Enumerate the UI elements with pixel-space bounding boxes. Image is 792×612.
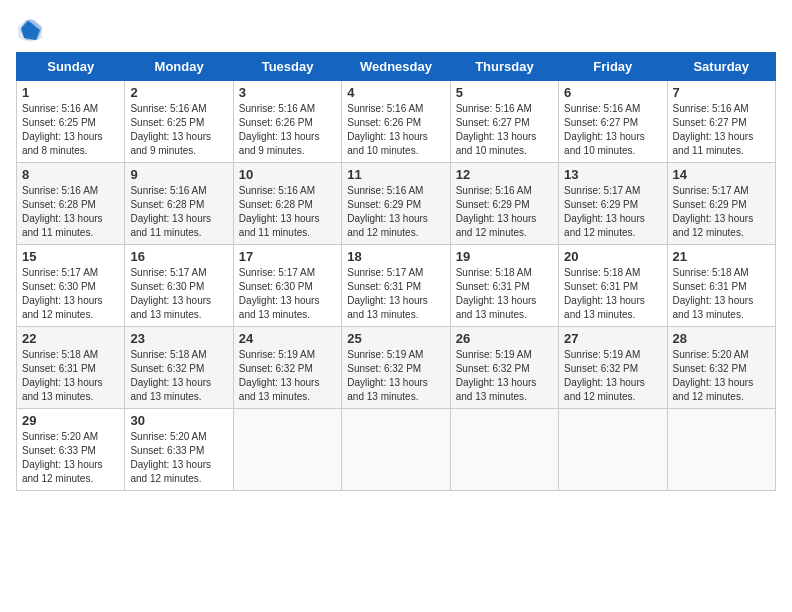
calendar-cell: 3 Sunrise: 5:16 AM Sunset: 6:26 PM Dayli… [233,81,341,163]
calendar-cell: 22 Sunrise: 5:18 AM Sunset: 6:31 PM Dayl… [17,327,125,409]
calendar-cell [559,409,667,491]
weekday-header-thursday: Thursday [450,53,558,81]
day-info: Sunrise: 5:16 AM Sunset: 6:26 PM Dayligh… [347,102,444,158]
calendar-body: 1 Sunrise: 5:16 AM Sunset: 6:25 PM Dayli… [17,81,776,491]
day-number: 10 [239,167,336,182]
calendar-cell: 7 Sunrise: 5:16 AM Sunset: 6:27 PM Dayli… [667,81,775,163]
day-number: 7 [673,85,770,100]
day-number: 28 [673,331,770,346]
calendar-cell: 6 Sunrise: 5:16 AM Sunset: 6:27 PM Dayli… [559,81,667,163]
calendar-cell: 11 Sunrise: 5:16 AM Sunset: 6:29 PM Dayl… [342,163,450,245]
day-info: Sunrise: 5:19 AM Sunset: 6:32 PM Dayligh… [456,348,553,404]
day-number: 27 [564,331,661,346]
weekday-header-tuesday: Tuesday [233,53,341,81]
weekday-header-wednesday: Wednesday [342,53,450,81]
calendar-cell: 24 Sunrise: 5:19 AM Sunset: 6:32 PM Dayl… [233,327,341,409]
day-info: Sunrise: 5:16 AM Sunset: 6:25 PM Dayligh… [130,102,227,158]
day-info: Sunrise: 5:17 AM Sunset: 6:30 PM Dayligh… [239,266,336,322]
calendar-cell: 16 Sunrise: 5:17 AM Sunset: 6:30 PM Dayl… [125,245,233,327]
day-info: Sunrise: 5:16 AM Sunset: 6:27 PM Dayligh… [564,102,661,158]
logo-icon [16,16,44,44]
day-info: Sunrise: 5:16 AM Sunset: 6:28 PM Dayligh… [130,184,227,240]
calendar-cell: 5 Sunrise: 5:16 AM Sunset: 6:27 PM Dayli… [450,81,558,163]
calendar-cell: 29 Sunrise: 5:20 AM Sunset: 6:33 PM Dayl… [17,409,125,491]
calendar-cell [667,409,775,491]
day-info: Sunrise: 5:17 AM Sunset: 6:31 PM Dayligh… [347,266,444,322]
logo [16,16,48,44]
day-number: 5 [456,85,553,100]
day-number: 11 [347,167,444,182]
day-info: Sunrise: 5:17 AM Sunset: 6:30 PM Dayligh… [22,266,119,322]
calendar-cell: 26 Sunrise: 5:19 AM Sunset: 6:32 PM Dayl… [450,327,558,409]
weekday-header-friday: Friday [559,53,667,81]
calendar-cell: 4 Sunrise: 5:16 AM Sunset: 6:26 PM Dayli… [342,81,450,163]
day-number: 24 [239,331,336,346]
calendar-cell: 14 Sunrise: 5:17 AM Sunset: 6:29 PM Dayl… [667,163,775,245]
calendar-cell: 1 Sunrise: 5:16 AM Sunset: 6:25 PM Dayli… [17,81,125,163]
day-info: Sunrise: 5:18 AM Sunset: 6:31 PM Dayligh… [673,266,770,322]
day-info: Sunrise: 5:20 AM Sunset: 6:32 PM Dayligh… [673,348,770,404]
day-info: Sunrise: 5:19 AM Sunset: 6:32 PM Dayligh… [564,348,661,404]
calendar-cell: 9 Sunrise: 5:16 AM Sunset: 6:28 PM Dayli… [125,163,233,245]
day-number: 12 [456,167,553,182]
day-number: 21 [673,249,770,264]
day-info: Sunrise: 5:16 AM Sunset: 6:25 PM Dayligh… [22,102,119,158]
calendar-cell: 30 Sunrise: 5:20 AM Sunset: 6:33 PM Dayl… [125,409,233,491]
calendar-cell: 8 Sunrise: 5:16 AM Sunset: 6:28 PM Dayli… [17,163,125,245]
day-info: Sunrise: 5:16 AM Sunset: 6:26 PM Dayligh… [239,102,336,158]
calendar-cell [450,409,558,491]
day-info: Sunrise: 5:20 AM Sunset: 6:33 PM Dayligh… [130,430,227,486]
day-number: 20 [564,249,661,264]
day-number: 15 [22,249,119,264]
weekday-header-row: SundayMondayTuesdayWednesdayThursdayFrid… [17,53,776,81]
weekday-header-sunday: Sunday [17,53,125,81]
day-number: 16 [130,249,227,264]
day-number: 3 [239,85,336,100]
day-number: 14 [673,167,770,182]
calendar-table: SundayMondayTuesdayWednesdayThursdayFrid… [16,52,776,491]
calendar-cell: 21 Sunrise: 5:18 AM Sunset: 6:31 PM Dayl… [667,245,775,327]
calendar-week-1: 1 Sunrise: 5:16 AM Sunset: 6:25 PM Dayli… [17,81,776,163]
day-number: 9 [130,167,227,182]
calendar-week-2: 8 Sunrise: 5:16 AM Sunset: 6:28 PM Dayli… [17,163,776,245]
day-number: 2 [130,85,227,100]
day-number: 13 [564,167,661,182]
calendar-cell: 18 Sunrise: 5:17 AM Sunset: 6:31 PM Dayl… [342,245,450,327]
day-info: Sunrise: 5:18 AM Sunset: 6:31 PM Dayligh… [564,266,661,322]
calendar-cell: 2 Sunrise: 5:16 AM Sunset: 6:25 PM Dayli… [125,81,233,163]
day-info: Sunrise: 5:16 AM Sunset: 6:27 PM Dayligh… [456,102,553,158]
header [16,16,776,44]
day-number: 17 [239,249,336,264]
day-info: Sunrise: 5:16 AM Sunset: 6:28 PM Dayligh… [239,184,336,240]
day-info: Sunrise: 5:16 AM Sunset: 6:29 PM Dayligh… [456,184,553,240]
day-info: Sunrise: 5:16 AM Sunset: 6:29 PM Dayligh… [347,184,444,240]
calendar-cell: 25 Sunrise: 5:19 AM Sunset: 6:32 PM Dayl… [342,327,450,409]
day-number: 4 [347,85,444,100]
calendar-cell [342,409,450,491]
calendar-cell: 15 Sunrise: 5:17 AM Sunset: 6:30 PM Dayl… [17,245,125,327]
calendar-cell: 10 Sunrise: 5:16 AM Sunset: 6:28 PM Dayl… [233,163,341,245]
calendar-cell: 13 Sunrise: 5:17 AM Sunset: 6:29 PM Dayl… [559,163,667,245]
day-info: Sunrise: 5:16 AM Sunset: 6:28 PM Dayligh… [22,184,119,240]
day-number: 22 [22,331,119,346]
day-number: 1 [22,85,119,100]
day-info: Sunrise: 5:19 AM Sunset: 6:32 PM Dayligh… [347,348,444,404]
day-info: Sunrise: 5:16 AM Sunset: 6:27 PM Dayligh… [673,102,770,158]
day-info: Sunrise: 5:17 AM Sunset: 6:29 PM Dayligh… [564,184,661,240]
day-number: 23 [130,331,227,346]
calendar-week-3: 15 Sunrise: 5:17 AM Sunset: 6:30 PM Dayl… [17,245,776,327]
calendar-cell: 23 Sunrise: 5:18 AM Sunset: 6:32 PM Dayl… [125,327,233,409]
calendar-cell: 17 Sunrise: 5:17 AM Sunset: 6:30 PM Dayl… [233,245,341,327]
weekday-header-saturday: Saturday [667,53,775,81]
calendar-cell: 12 Sunrise: 5:16 AM Sunset: 6:29 PM Dayl… [450,163,558,245]
calendar-header: SundayMondayTuesdayWednesdayThursdayFrid… [17,53,776,81]
day-number: 8 [22,167,119,182]
calendar-cell [233,409,341,491]
day-info: Sunrise: 5:18 AM Sunset: 6:32 PM Dayligh… [130,348,227,404]
calendar-cell: 28 Sunrise: 5:20 AM Sunset: 6:32 PM Dayl… [667,327,775,409]
day-info: Sunrise: 5:19 AM Sunset: 6:32 PM Dayligh… [239,348,336,404]
day-number: 29 [22,413,119,428]
day-number: 18 [347,249,444,264]
calendar-cell: 20 Sunrise: 5:18 AM Sunset: 6:31 PM Dayl… [559,245,667,327]
calendar-week-5: 29 Sunrise: 5:20 AM Sunset: 6:33 PM Dayl… [17,409,776,491]
